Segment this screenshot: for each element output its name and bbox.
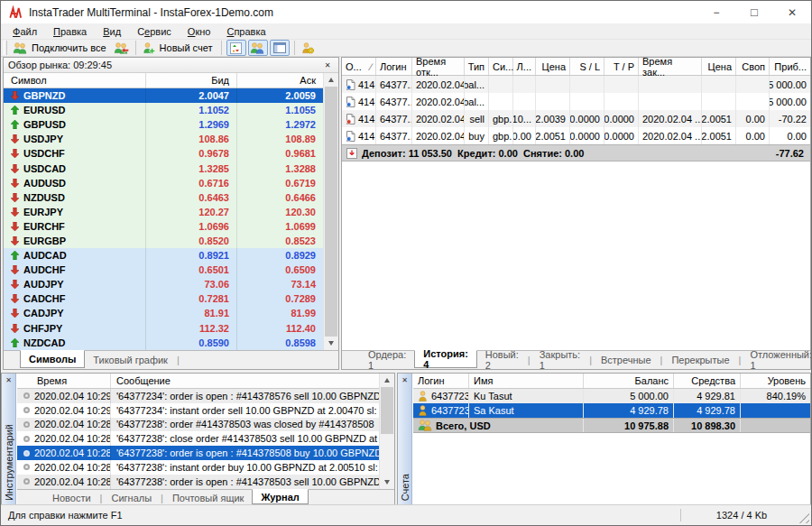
market-watch-row-GBPNZD[interactable]: GBPNZD2.00472.0059	[4, 88, 323, 103]
scroll-down-icon[interactable]	[324, 337, 338, 350]
orders-row[interactable]: 414...64377...2020.02.04 ...buygbp...0.0…	[342, 127, 810, 144]
market-watch-close-icon[interactable]: ✕	[321, 61, 334, 69]
market-watch-row-NZDUSD[interactable]: NZDUSD0.64630.6466	[4, 190, 323, 205]
journal-row[interactable]: 2020.02.04 10:28:...'64377238': order is…	[17, 475, 379, 489]
orders-row[interactable]: 414...64377...2020.02.04 ...bal...5 000.…	[342, 93, 810, 110]
column-header-Время отк...[interactable]: Время отк...	[412, 58, 465, 75]
minimize-button[interactable]: −	[697, 1, 735, 23]
column-header-Цена[interactable]: Цена	[536, 58, 570, 75]
journal-row[interactable]: 2020.02.04 10:28:...'64377238': close or…	[17, 431, 379, 446]
scroll-down-icon[interactable]	[380, 475, 394, 489]
scroll-up-icon[interactable]	[380, 374, 394, 387]
tab-Почтовый ящик[interactable]: Почтовый ящик	[164, 490, 252, 505]
column-header-Логин[interactable]: Логин	[376, 58, 412, 75]
scroll-up-icon[interactable]	[324, 73, 338, 87]
market-watch-row-EURJPY[interactable]: EURJPY120.27120.30	[4, 205, 323, 219]
tab-Символы[interactable]: Символы	[20, 350, 85, 368]
journal-row[interactable]: 2020.02.04 10:28:...'64377238': order is…	[17, 446, 379, 460]
tab-Ордера: 1[interactable]: Ордера: 1	[360, 351, 414, 369]
tab-Встречные[interactable]: Встречные	[593, 351, 660, 369]
disconnect-all-icon[interactable]	[111, 42, 132, 55]
column-header-Бид[interactable]: Бид	[146, 73, 237, 88]
order-cell-2: 2020.02.04 ...	[412, 127, 465, 144]
tab-Перекрытые[interactable]: Перекрытые	[663, 351, 737, 369]
arrow-down-icon	[11, 294, 19, 303]
market-watch-row-CHFJPY[interactable]: CHFJPY112.32112.40	[4, 321, 323, 336]
scrollbar-thumb[interactable]	[325, 87, 337, 337]
journal-row[interactable]: 2020.02.04 10:28:...'64377238': order #4…	[17, 418, 379, 432]
symbol-name: EURGBP	[23, 235, 66, 246]
market-watch-row-USDJPY[interactable]: USDJPY108.86108.89	[4, 132, 323, 146]
new-account-button[interactable]: Новый счет	[140, 42, 217, 55]
menu-item-Сервис[interactable]: Сервис	[129, 25, 180, 38]
market-watch-scrollbar[interactable]	[323, 73, 338, 350]
tab-Закрыть: 1[interactable]: Закрыть: 1	[531, 351, 588, 369]
tab-Журнал[interactable]: Журнал	[252, 489, 308, 504]
column-header-Имя[interactable]: Имя	[469, 374, 584, 388]
orders-row[interactable]: 414...64377...2020.02.04 ...bal...5 000.…	[342, 76, 810, 93]
menu-item-Правка[interactable]: Правка	[45, 25, 95, 38]
market-watch-row-AUDJPY[interactable]: AUDJPY73.0673.14	[4, 277, 323, 291]
journal-close-icon[interactable]: ✕	[2, 376, 15, 384]
column-header-Си...[interactable]: Си...	[489, 58, 513, 75]
window-controls: − □ ✕	[697, 1, 811, 23]
column-header-Л...[interactable]: Л...	[513, 58, 536, 75]
close-button[interactable]: ✕	[773, 1, 811, 23]
market-watch-row-USDCHF[interactable]: USDCHF0.96780.9681	[4, 146, 323, 161]
tab-Отложенный: 1[interactable]: Отложенный: 1	[742, 351, 812, 369]
market-watch-row-EURUSD[interactable]: EURUSD1.10521.1055	[4, 103, 323, 117]
toggle-accounts-button[interactable]	[248, 40, 268, 56]
column-header-Уровень[interactable]: Уровень	[741, 374, 810, 388]
menu-item-Файл[interactable]: Файл	[5, 25, 45, 38]
connect-all-button[interactable]: Подключить все	[10, 42, 111, 55]
scrollbar-thumb[interactable]	[381, 387, 393, 434]
column-header-Средства[interactable]: Средства	[674, 374, 741, 388]
market-watch-row-CADCHF[interactable]: CADCHF0.72810.7289	[4, 291, 323, 306]
column-header-S / L[interactable]: S / L	[570, 58, 604, 75]
journal-row[interactable]: 2020.02.04 10:29:...'64377234': order is…	[17, 389, 379, 403]
orders-row[interactable]: 414...64377...2020.02.04 ...sellgbp...10…	[342, 110, 810, 127]
symbol-cell: CADCHF	[4, 291, 146, 306]
column-header-Тип[interactable]: Тип	[465, 58, 489, 75]
account-row-64377234[interactable]: 64377234Ku Tasut5 000.004 929.81840.19%	[413, 389, 810, 403]
toggle-toolbox-button[interactable]	[270, 40, 290, 56]
column-header-T / P[interactable]: T / P	[604, 58, 639, 75]
market-watch-row-EURCHF[interactable]: EURCHF1.06961.0699	[4, 219, 323, 234]
column-header-Логин[interactable]: Логин	[413, 374, 469, 388]
menu-item-Окно[interactable]: Окно	[180, 25, 219, 38]
tab-Новости[interactable]: Новости	[44, 490, 99, 505]
column-header-Символ[interactable]: Символ	[4, 73, 146, 88]
account-settings-icon[interactable]	[299, 42, 318, 55]
market-watch-row-AUDCAD[interactable]: AUDCAD0.89210.8929	[4, 248, 323, 263]
maximize-button[interactable]: □	[735, 1, 773, 23]
market-watch-row-EURGBP[interactable]: EURGBP0.85200.8523	[4, 234, 323, 248]
column-header-Баланс[interactable]: Баланс	[584, 374, 674, 388]
tab-История: 4[interactable]: История: 4	[414, 350, 477, 368]
column-header-Приб...[interactable]: Приб...	[770, 58, 810, 75]
market-watch-row-USDCAD[interactable]: USDCAD1.32851.3288	[4, 161, 323, 175]
market-watch-row-AUDCHF[interactable]: AUDCHF0.65010.6509	[4, 263, 323, 277]
menu-item-Вид[interactable]: Вид	[95, 25, 129, 38]
journal-row[interactable]: 2020.02.04 10:28:...'64377238': instant …	[17, 460, 379, 475]
accounts-close-icon[interactable]: ✕	[398, 376, 411, 384]
tab-Новый: 2[interactable]: Новый: 2	[477, 351, 527, 369]
toggle-market-watch-button[interactable]	[226, 40, 246, 56]
column-header-Своп[interactable]: Своп	[736, 58, 770, 75]
journal-scrollbar[interactable]	[379, 374, 394, 489]
account-row-64377238[interactable]: 64377238Sa Kasut4 929.784 929.78	[413, 403, 810, 418]
market-watch-row-AUDUSD[interactable]: AUDUSD0.67160.6719	[4, 176, 323, 190]
toolbar-grip[interactable]	[4, 41, 7, 55]
column-header-Время зак...[interactable]: Время зак...	[639, 58, 702, 75]
tab-Тиковый график[interactable]: Тиковый график	[85, 351, 176, 369]
market-watch-row-CADJPY[interactable]: CADJPY81.9181.99	[4, 306, 323, 320]
journal-row[interactable]: 2020.02.04 10:29:...'64377234': instant …	[17, 403, 379, 418]
market-watch-row-NZDCAD[interactable]: NZDCAD0.85900.8598	[4, 336, 323, 350]
market-watch-row-GBPUSD[interactable]: GBPUSD1.29691.2972	[4, 117, 323, 132]
log-entry-icon	[23, 392, 30, 399]
doc-red-icon	[346, 114, 355, 125]
column-header-Аск[interactable]: Аск	[237, 73, 323, 88]
menu-item-Справка[interactable]: Справка	[218, 25, 273, 38]
column-header-О...[interactable]: О...∕	[342, 58, 376, 75]
tab-Сигналы[interactable]: Сигналы	[103, 490, 160, 505]
column-header-Цена[interactable]: Цена	[702, 58, 736, 75]
